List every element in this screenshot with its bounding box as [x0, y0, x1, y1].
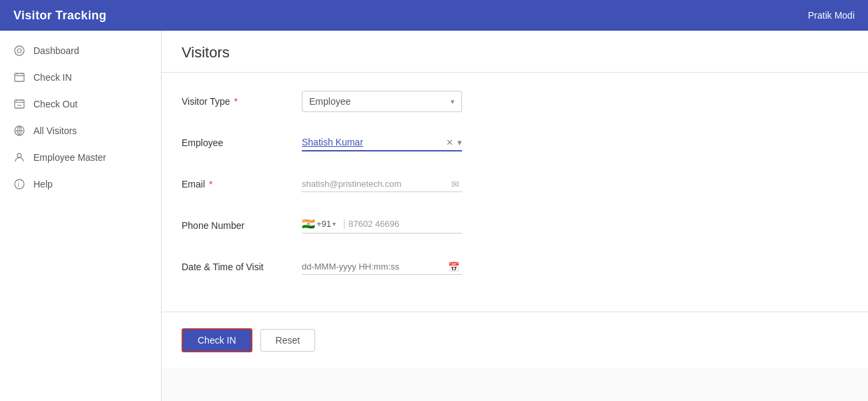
- visitor-type-value: Employee: [309, 96, 351, 107]
- email-label: Email *: [182, 179, 302, 189]
- visitor-type-label: Visitor Type *: [182, 96, 302, 107]
- main-content: Visitors Visitor Type * Employee ▾ Emplo…: [162, 31, 868, 401]
- sidebar-label-allvisitors: All Visitors: [33, 125, 77, 136]
- form-buttons: Check IN Reset: [162, 312, 868, 368]
- visitor-type-select[interactable]: Employee ▾: [302, 91, 462, 112]
- phone-row: Phone Number 🇮🇳 +91 ▾: [182, 213, 848, 238]
- visitor-form: Visitor Type * Employee ▾ Employee ✕: [162, 73, 868, 312]
- sidebar: Dashboard Check IN: [0, 31, 162, 401]
- svg-point-15: [17, 153, 21, 157]
- sidebar-label-help: Help: [33, 179, 53, 189]
- svg-point-16: [15, 179, 24, 189]
- datetime-input[interactable]: [302, 259, 462, 274]
- sidebar-item-allvisitors[interactable]: All Visitors: [0, 117, 161, 144]
- employee-clear-icon[interactable]: ✕: [446, 137, 453, 147]
- email-control: ✉: [302, 176, 475, 192]
- svg-point-1: [17, 49, 21, 53]
- datetime-field: 📅: [302, 259, 462, 275]
- sidebar-label-checkin: Check IN: [33, 72, 72, 83]
- app-header: Visitor Tracking Pratik Modi: [0, 0, 868, 31]
- sidebar-label-checkout: Check Out: [33, 99, 77, 109]
- help-icon: i: [13, 178, 25, 190]
- checkout-icon: [13, 98, 25, 110]
- employee-actions: ✕ ▾: [446, 137, 462, 147]
- svg-text:i: i: [18, 181, 19, 188]
- sidebar-item-help[interactable]: i Help: [0, 171, 161, 197]
- checkin-button[interactable]: Check IN: [182, 328, 252, 352]
- app-title: Visitor Tracking: [13, 9, 107, 23]
- employeemaster-icon: [13, 151, 25, 163]
- employee-chevron-icon[interactable]: ▾: [457, 137, 462, 147]
- phone-flag-chevron-icon: ▾: [333, 220, 336, 228]
- sidebar-label-employeemaster: Employee Master: [33, 152, 106, 163]
- main-layout: Dashboard Check IN: [0, 31, 868, 401]
- india-flag-icon: 🇮🇳: [302, 218, 315, 230]
- email-field: ✉: [302, 176, 462, 192]
- calendar-icon[interactable]: 📅: [448, 262, 459, 272]
- employee-row: Employee ✕ ▾: [182, 130, 848, 155]
- datetime-label: Date & Time of Visit: [182, 262, 302, 272]
- employee-control: ✕ ▾: [302, 134, 475, 151]
- employee-label: Employee: [182, 137, 302, 148]
- visitor-type-chevron-icon: ▾: [451, 97, 455, 106]
- phone-field: 🇮🇳 +91 ▾: [302, 218, 462, 234]
- sidebar-item-employeemaster[interactable]: Employee Master: [0, 144, 161, 171]
- checkin-icon: [13, 71, 25, 83]
- datetime-control: 📅: [302, 259, 475, 275]
- page-header: Visitors: [162, 31, 868, 73]
- visitor-type-control: Employee ▾: [302, 91, 475, 112]
- user-name: Pratik Modi: [808, 10, 855, 21]
- datetime-row: Date & Time of Visit 📅: [182, 254, 848, 280]
- sidebar-item-dashboard[interactable]: Dashboard: [0, 37, 161, 64]
- sidebar-item-checkout[interactable]: Check Out: [0, 91, 161, 117]
- page-title: Visitors: [182, 44, 848, 61]
- svg-rect-2: [15, 73, 24, 81]
- sidebar-label-dashboard: Dashboard: [33, 45, 79, 56]
- dashboard-icon: [13, 45, 25, 57]
- visitor-type-row: Visitor Type * Employee ▾: [182, 89, 848, 114]
- svg-rect-6: [15, 100, 24, 108]
- employee-field: ✕ ▾: [302, 134, 462, 151]
- employee-input[interactable]: [302, 134, 462, 150]
- allvisitors-icon: [13, 125, 25, 137]
- phone-label: Phone Number: [182, 220, 302, 231]
- phone-country-code: +91: [316, 219, 331, 229]
- sidebar-item-checkin[interactable]: Check IN: [0, 64, 161, 91]
- phone-flag-selector[interactable]: 🇮🇳 +91 ▾: [302, 218, 336, 230]
- svg-point-0: [15, 46, 24, 55]
- phone-control: 🇮🇳 +91 ▾: [302, 218, 475, 234]
- email-envelope-icon: ✉: [451, 179, 459, 189]
- phone-input[interactable]: [349, 219, 462, 229]
- reset-button[interactable]: Reset: [260, 329, 316, 352]
- phone-separator: [344, 219, 345, 230]
- email-row: Email * ✉: [182, 171, 848, 197]
- email-input[interactable]: [302, 176, 462, 191]
